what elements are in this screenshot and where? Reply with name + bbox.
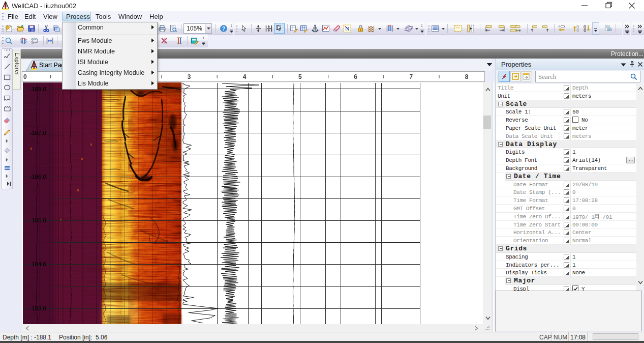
svg-text:5: 5 [298,73,302,80]
svg-text:0: 0 [23,73,27,80]
svg-text:3: 3 [188,73,191,80]
svg-text:-188.0: -188.0 [29,86,46,92]
svg-text:-186.0: -186.0 [29,174,46,180]
svg-text:?: ? [222,26,225,32]
svg-text:-187.0: -187.0 [29,130,46,136]
svg-text:-183.0: -183.0 [29,305,46,311]
svg-text:4: 4 [243,73,247,80]
svg-text:6: 6 [354,73,357,80]
svg-text:8: 8 [465,73,469,80]
svg-text:-184.0: -184.0 [29,261,46,267]
svg-text:7: 7 [409,73,413,80]
svg-text:-185.0: -185.0 [29,217,46,223]
